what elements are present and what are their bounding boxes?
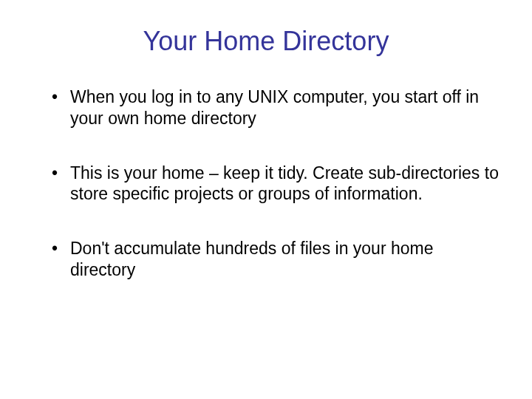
bullet-item: Don't accumulate hundreds of files in yo…: [52, 238, 502, 281]
slide-title: Your Home Directory: [30, 26, 502, 57]
bullet-item: This is your home – keep it tidy. Create…: [52, 163, 502, 205]
bullet-item: When you log in to any UNIX computer, yo…: [52, 86, 502, 129]
bullet-list: When you log in to any UNIX computer, yo…: [30, 86, 502, 281]
slide-container: Your Home Directory When you log in to a…: [0, 0, 532, 399]
